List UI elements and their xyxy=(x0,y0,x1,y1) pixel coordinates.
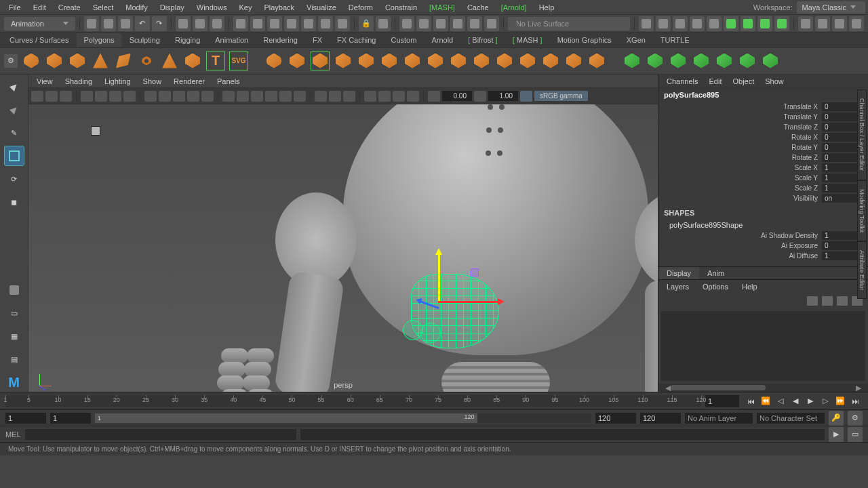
undo-icon[interactable]: ↶ xyxy=(135,16,150,31)
redo-icon[interactable]: ↷ xyxy=(152,16,167,31)
vp-gamma-icon[interactable] xyxy=(474,91,486,102)
vp-light-icon[interactable] xyxy=(187,91,199,102)
vp-colorspace-icon[interactable] xyxy=(520,91,532,102)
vp-menu-show[interactable]: Show xyxy=(138,76,167,87)
vp-imageplane-icon[interactable] xyxy=(60,91,72,102)
vp-menu-view[interactable]: View xyxy=(31,76,58,87)
layout-custom-icon[interactable]: ▤ xyxy=(5,350,24,369)
vp-hud-icon[interactable] xyxy=(364,91,376,102)
viewport-persp[interactable]: persp xyxy=(28,104,658,392)
lighteditor-icon[interactable] xyxy=(741,16,755,31)
menu-arnold[interactable]: [Arnold] xyxy=(495,1,533,14)
vp-ao-icon[interactable] xyxy=(279,91,292,102)
shelf-tab-bifrost[interactable]: [ Bifrost ] xyxy=(461,33,504,47)
side-tab-channel-box---layer-editor[interactable]: Channel Box / Layer Editor xyxy=(857,89,867,180)
layer-tab-display[interactable]: Display xyxy=(658,267,699,279)
poly-type-icon[interactable]: T xyxy=(206,52,225,70)
vp-2d-icon[interactable] xyxy=(329,91,341,102)
range-max-field[interactable]: 120 xyxy=(640,413,681,424)
vp-polycount-icon[interactable] xyxy=(378,91,391,102)
menu-deform[interactable]: Deform xyxy=(342,1,379,14)
construction-hist-icon[interactable] xyxy=(399,16,414,31)
shelf-tab-xgen[interactable]: XGen xyxy=(620,33,652,47)
plane-handle[interactable] xyxy=(471,268,479,277)
shelf-tab-fx[interactable]: FX xyxy=(306,33,329,47)
poly-crease-icon[interactable] xyxy=(761,52,780,70)
vp-exposure-field[interactable]: 0.00 xyxy=(442,91,472,101)
step-fwd-icon[interactable]: ▷ xyxy=(818,395,832,407)
vp-grid-icon[interactable] xyxy=(81,91,93,102)
autokey-icon[interactable]: 🔑 xyxy=(829,411,844,426)
attr-value[interactable]: 0 xyxy=(822,143,863,152)
attr-value[interactable]: 1 xyxy=(822,231,863,240)
rendersetup-icon[interactable] xyxy=(774,16,789,31)
poly-combine-icon[interactable] xyxy=(334,52,353,70)
shelf-tab-polygons[interactable]: Polygons xyxy=(77,33,121,47)
panel-layout3-icon[interactable] xyxy=(832,16,847,31)
go-start-icon[interactable]: ⏮ xyxy=(744,395,757,407)
shelf-tab-arnold[interactable]: Arnold xyxy=(425,33,460,47)
vp-isolate-icon[interactable] xyxy=(222,91,235,102)
command-input[interactable] xyxy=(25,429,296,440)
poly-torus-icon[interactable] xyxy=(137,52,156,70)
vp-refresh-icon[interactable] xyxy=(428,91,440,102)
save-scene-icon[interactable] xyxy=(118,16,133,31)
poly-separate-icon[interactable] xyxy=(357,52,376,70)
range-start-field[interactable]: 1 xyxy=(50,413,91,424)
attr-value[interactable]: 1 xyxy=(822,174,863,182)
poly-pipe-icon[interactable] xyxy=(183,52,202,70)
menu-playback[interactable]: Playback xyxy=(258,1,300,14)
attr-value[interactable]: 1 xyxy=(822,163,863,172)
rotate-tool[interactable]: ⟳ xyxy=(5,169,24,188)
menu-create[interactable]: Create xyxy=(52,1,87,14)
panel-layout2-icon[interactable] xyxy=(815,16,830,31)
layout-four-icon[interactable]: ▦ xyxy=(5,327,24,346)
anim-layer-dropdown[interactable]: No Anim Layer xyxy=(685,413,753,424)
menu-select[interactable]: Select xyxy=(87,1,120,14)
snap-live-icon[interactable] xyxy=(318,16,333,31)
ipr-icon[interactable] xyxy=(673,16,688,31)
poly-extrude-icon[interactable] xyxy=(449,52,468,70)
vp-menu-renderer[interactable]: Renderer xyxy=(168,76,210,87)
hypershade-icon[interactable] xyxy=(724,16,738,31)
range-end-field[interactable]: 120 xyxy=(595,413,636,424)
menu-modify[interactable]: Modify xyxy=(119,1,153,14)
poly-cylinder-icon[interactable] xyxy=(68,52,87,70)
cb-menu-channels[interactable]: Channels xyxy=(661,76,703,87)
vp-aa-icon[interactable] xyxy=(265,91,277,102)
vp-gamma-field[interactable]: 1.00 xyxy=(488,91,518,101)
shelf-tab-motiongraphics[interactable]: Motion Graphics xyxy=(551,33,618,47)
menu-help[interactable]: Help xyxy=(533,1,561,14)
attr-value[interactable]: 0 xyxy=(822,113,863,121)
side-tab-modeling-toolkit[interactable]: Modeling Toolkit xyxy=(857,180,867,241)
poly-disc-icon[interactable] xyxy=(264,52,283,70)
prefs-icon[interactable]: ⚙ xyxy=(848,411,863,426)
attr-value[interactable]: 0 xyxy=(822,133,863,142)
play-fwd-icon[interactable]: ▶ xyxy=(804,395,817,407)
vp-filmgate-icon[interactable] xyxy=(95,91,107,102)
play-back-icon[interactable]: ◀ xyxy=(789,395,802,407)
poly-append-icon[interactable] xyxy=(495,52,514,70)
menu-file[interactable]: File xyxy=(3,1,27,14)
select-icon[interactable] xyxy=(176,16,191,31)
paint-select-tool[interactable]: ✎ xyxy=(5,123,24,142)
poly-plane-icon[interactable] xyxy=(114,52,133,70)
snap-plane-icon[interactable] xyxy=(284,16,299,31)
poly-pyramid-icon[interactable] xyxy=(160,52,179,70)
panel-layout4-icon[interactable] xyxy=(849,16,864,31)
vp-wireframe-icon[interactable] xyxy=(144,91,157,102)
axis-y-handle[interactable] xyxy=(438,253,440,301)
layer-tab-anim[interactable]: Anim xyxy=(699,267,732,279)
menu-cache[interactable]: Cache xyxy=(461,1,495,14)
cb-menu-object[interactable]: Object xyxy=(727,76,760,87)
vp-depth-icon[interactable] xyxy=(315,91,327,102)
shelf-tab-turtle[interactable]: TURTLE xyxy=(654,33,696,47)
vp-smoothshade-icon[interactable] xyxy=(159,91,171,102)
new-scene-icon[interactable] xyxy=(84,16,99,31)
poly-bridge-icon[interactable] xyxy=(472,52,491,70)
poly-sphere-icon[interactable] xyxy=(22,52,41,70)
script-editor-icon[interactable]: ▶ xyxy=(829,427,844,442)
layer-menu-options[interactable]: Options xyxy=(697,281,734,292)
poly-reduce-icon[interactable] xyxy=(403,52,422,70)
snap-toggle-icon[interactable] xyxy=(335,16,350,31)
